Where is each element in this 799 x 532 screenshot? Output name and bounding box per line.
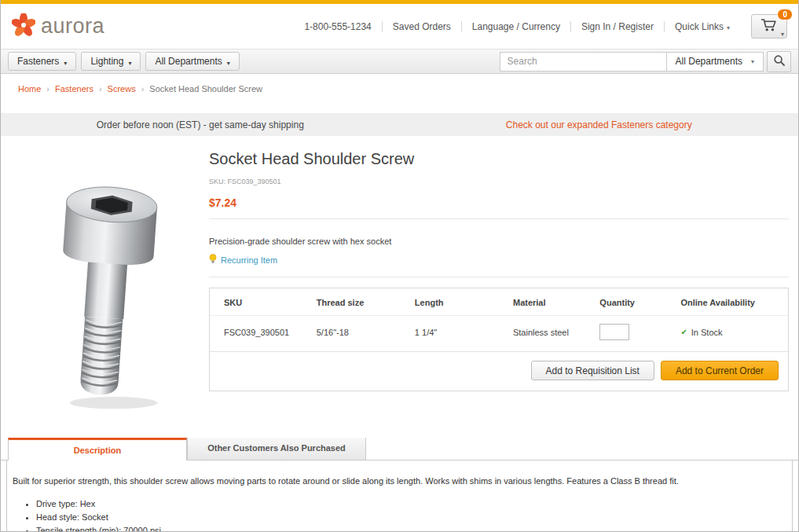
caret-down-icon: ▾ [227,60,230,67]
col-header-quantity: Quantity [585,288,666,316]
variant-table: SKU Thread size Length Material Quantity… [210,288,788,351]
product-price: $7.24 [209,196,789,209]
breadcrumb-separator: › [141,84,145,94]
logo-text: aurora [41,14,104,39]
caret-down-icon: ▾ [727,24,730,31]
caret-down-icon: ▾ [64,60,67,67]
breadcrumb-home[interactable]: Home [18,84,41,94]
utility-nav: 1-800-555-1234 Saved Orders Language / C… [294,14,787,39]
lightbulb-icon [209,254,217,266]
saved-orders-link[interactable]: Saved Orders [383,21,461,32]
cart-icon [761,18,778,35]
breadcrumb-current: Socket Head Shoulder Screw [149,84,262,94]
description-panel: Built for superior strength, this should… [6,460,793,532]
search-input[interactable] [500,52,667,72]
divider [209,218,789,219]
nav-tab-fasteners[interactable]: Fasteners ▾ [8,52,76,71]
divider [209,277,789,277]
cell-length: 1 1/4" [401,316,499,352]
recurring-item-link[interactable]: Recurring Item [209,254,277,266]
breadcrumb-separator: › [46,84,49,94]
product-info: Socket Head Shoulder Screw SKU: FSC039_3… [209,136,789,391]
cell-material: Stainless steel [499,316,585,352]
cell-thread-size: 5/16"-18 [302,316,401,352]
cart-count-badge: 0 [777,9,793,20]
search-button[interactable] [767,51,791,72]
action-buttons: Add to Requisition List Add to Current O… [210,351,788,391]
product-title: Socket Head Shoulder Screw [209,150,789,168]
category-tabs: Fasteners ▾ Lighting ▾ All Departments ▾ [8,52,240,71]
col-header-length: Length [401,288,499,316]
product-summary: Precision-grade shoulder screw with hex … [209,237,789,246]
col-header-material: Material [499,288,585,316]
breadcrumb-fasteners[interactable]: Fasteners [55,84,93,94]
cell-sku: FSC039_390501 [210,316,302,352]
col-header-sku: SKU [210,288,302,316]
breadcrumb-separator: › [99,84,102,94]
page: aurora 1-800-555-1234 Saved Orders Langu… [0,0,799,532]
shipping-promo-text: Order before noon (EST) - get same-day s… [1,119,400,130]
search-bar: All Departments ▾ [500,51,791,72]
list-item: Head style: Socket [36,512,786,522]
check-icon: ✔ [680,328,687,336]
quick-links-link[interactable]: Quick Links▾ [665,21,740,32]
caret-down-icon: ▾ [751,58,754,65]
tab-other-customers-also-purchased[interactable]: Other Customers Also Purchased [187,437,366,460]
search-department-select[interactable]: All Departments ▾ [667,52,764,72]
language-currency-link[interactable]: Language / Currency [462,21,570,32]
table-row: FSC039_390501 5/16"-18 1 1/4" Stainless … [210,316,788,352]
sign-in-register-link[interactable]: Sign In / Register [571,21,664,32]
quantity-input[interactable] [599,324,629,340]
main-nav: Fasteners ▾ Lighting ▾ All Departments ▾… [1,49,798,74]
list-item: Drive type: Hex [36,499,786,508]
logo[interactable]: aurora [12,13,104,40]
nav-tab-all-departments[interactable]: All Departments ▾ [145,52,239,71]
description-text: Built for superior strength, this should… [13,476,786,486]
product-sku: SKU: FSC039_390501 [209,178,789,185]
nav-tab-lighting[interactable]: Lighting ▾ [81,52,141,71]
product-section: Socket Head Shoulder Screw SKU: FSC039_3… [1,136,798,438]
search-icon [773,54,786,69]
variant-box: SKU Thread size Length Material Quantity… [209,288,789,391]
breadcrumb-screws[interactable]: Screws [108,84,136,94]
list-item: Tensile strength (min): 70000 psi [36,526,786,532]
product-image [23,164,189,416]
tab-description[interactable]: Description [8,438,187,460]
breadcrumb: Home › Fasteners › Screws › Socket Head … [1,74,798,103]
site-header: aurora 1-800-555-1234 Saved Orders Langu… [1,4,798,49]
phone-number: 1-800-555-1234 [294,21,381,32]
detail-tabs: Description Other Customers Also Purchas… [1,438,798,460]
availability-status: ✔ In Stock [680,328,782,337]
caret-down-icon: ▾ [781,31,784,38]
caret-down-icon: ▾ [128,60,131,67]
col-header-availability: Online Availability [666,288,788,316]
promo-bar: Order before noon (EST) - get same-day s… [1,113,798,136]
add-to-requisition-list-button[interactable]: Add to Requisition List [531,361,654,380]
cart-button[interactable]: 0 ▾ [751,14,787,39]
add-to-current-order-button[interactable]: Add to Current Order [661,361,779,380]
fasteners-category-promo-link[interactable]: Check out our expanded Fasteners categor… [506,119,692,130]
logo-flower-icon [12,13,35,40]
col-header-thread-size: Thread size [302,288,401,316]
spec-list: Drive type: Hex Head style: Socket Tensi… [36,499,786,532]
table-header-row: SKU Thread size Length Material Quantity… [210,288,788,316]
